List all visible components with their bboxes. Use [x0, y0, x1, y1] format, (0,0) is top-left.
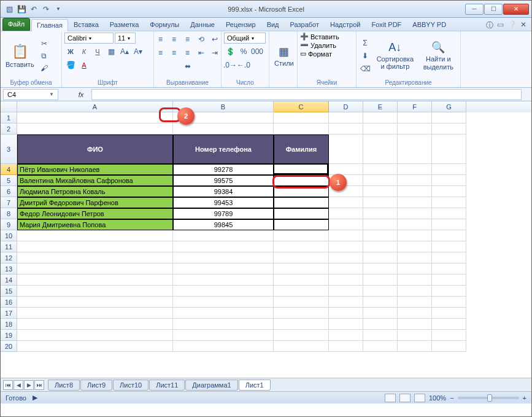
row-header[interactable]: 11 — [1, 241, 17, 252]
table-cell[interactable]: 99453 — [173, 197, 274, 208]
cell[interactable] — [398, 252, 432, 263]
cell[interactable] — [17, 241, 173, 252]
cell[interactable] — [329, 164, 363, 175]
cell[interactable] — [329, 208, 363, 219]
row-header[interactable]: 10 — [1, 230, 17, 241]
cell[interactable] — [363, 164, 398, 175]
table-cell[interactable] — [274, 164, 329, 175]
cell[interactable] — [274, 319, 329, 330]
cells-delete-button[interactable]: ➖Удалить — [300, 41, 336, 49]
italic-button[interactable]: К — [78, 46, 90, 57]
font-name-select[interactable]: Calibri▾ — [64, 33, 114, 44]
row-header[interactable]: 5 — [1, 175, 17, 186]
macro-icon[interactable]: ▶ — [33, 394, 37, 402]
cell[interactable] — [17, 275, 173, 286]
cell[interactable] — [398, 208, 432, 219]
paste-button[interactable]: 📋 Вставить — [3, 42, 37, 69]
sheet-nav-prev-icon[interactable]: ◀ — [13, 380, 23, 390]
inc-dec-icon[interactable]: .0→ — [224, 60, 236, 71]
tab-view[interactable]: Вид — [261, 18, 285, 31]
cell[interactable] — [432, 241, 466, 252]
sheet-tab[interactable]: Лист8 — [48, 380, 80, 391]
cell[interactable] — [274, 341, 329, 352]
shrink-font-icon[interactable]: A▾ — [132, 46, 144, 57]
sheet-tab[interactable]: Лист10 — [113, 380, 148, 391]
fill-icon[interactable]: ⬇ — [359, 50, 371, 61]
cell[interactable] — [329, 112, 363, 123]
close-button[interactable]: ✕ — [503, 4, 529, 15]
cell[interactable] — [432, 197, 466, 208]
cell[interactable] — [173, 330, 274, 341]
cell[interactable] — [329, 286, 363, 297]
table-cell[interactable] — [274, 219, 329, 230]
row-header[interactable]: 13 — [1, 263, 17, 275]
table-cell[interactable]: 99789 — [173, 208, 274, 219]
cell[interactable] — [173, 263, 274, 275]
cell[interactable] — [398, 275, 432, 286]
sheet-nav-first-icon[interactable]: ⏮ — [3, 380, 13, 390]
cell[interactable] — [363, 186, 398, 197]
save-icon[interactable]: 💾 — [17, 4, 26, 14]
row-header[interactable]: 18 — [1, 319, 17, 330]
table-cell[interactable] — [274, 186, 329, 197]
cell[interactable] — [173, 308, 274, 319]
percent-icon[interactable]: % — [237, 46, 250, 57]
cell[interactable] — [274, 252, 329, 263]
cell[interactable] — [398, 112, 432, 123]
cell[interactable] — [363, 197, 398, 208]
orient-icon[interactable]: ⟲ — [195, 34, 207, 45]
namebox-dropdown-icon[interactable]: ▼ — [49, 92, 54, 97]
cell[interactable] — [398, 197, 432, 208]
table-cell[interactable]: Федор Леонидович Петров — [17, 208, 173, 219]
cell[interactable] — [17, 263, 173, 275]
tab-formulas[interactable]: Формулы — [144, 18, 185, 31]
cell[interactable] — [274, 112, 329, 123]
table-header-cell[interactable]: Фамилия — [274, 134, 329, 164]
cut-icon[interactable]: ✂ — [38, 38, 50, 49]
cell[interactable] — [17, 230, 173, 241]
sheet-tab[interactable]: Лист1 — [239, 380, 271, 391]
cell[interactable] — [398, 164, 432, 175]
tab-addon[interactable]: Надстрой — [325, 18, 366, 31]
cell[interactable] — [432, 208, 466, 219]
cell[interactable] — [17, 252, 173, 263]
cell[interactable] — [329, 308, 363, 319]
cell[interactable] — [329, 319, 363, 330]
cell[interactable] — [363, 175, 398, 186]
spreadsheet-grid[interactable]: ABCDEFG 1234567891011121314151617181920 … — [1, 101, 531, 378]
column-header[interactable]: E — [363, 101, 398, 112]
cell[interactable] — [432, 230, 466, 241]
sort-filter-button[interactable]: A↓ Сортировка и фильтр — [372, 40, 418, 71]
row-header[interactable]: 19 — [1, 330, 17, 341]
tab-abbyy[interactable]: ABBYY PD — [407, 18, 452, 31]
cells-insert-button[interactable]: ➕Вставить — [300, 33, 339, 41]
tab-review[interactable]: Рецензир — [220, 18, 261, 31]
row-header[interactable]: 8 — [1, 208, 17, 219]
cell[interactable] — [17, 319, 173, 330]
cell[interactable] — [363, 319, 398, 330]
view-break-icon[interactable] — [414, 394, 425, 402]
sheet-tab[interactable]: Лист11 — [149, 380, 185, 391]
sheet-nav-last-icon[interactable]: ⏭ — [34, 380, 44, 390]
table-cell[interactable]: 99278 — [173, 164, 274, 175]
cell[interactable] — [363, 252, 398, 263]
cell[interactable] — [363, 230, 398, 241]
indent-inc-icon[interactable]: ⇥ — [209, 47, 221, 58]
cell[interactable] — [432, 164, 466, 175]
row-header[interactable]: 1 — [1, 112, 17, 123]
brush-icon[interactable]: 🖌 — [38, 63, 50, 74]
cell[interactable] — [363, 341, 398, 352]
currency-icon[interactable]: 💲 — [224, 46, 236, 57]
cell[interactable] — [432, 112, 466, 123]
align-left-icon[interactable]: ≡ — [155, 47, 167, 58]
sheet-tab[interactable]: Лист9 — [80, 380, 112, 391]
zoom-in-icon[interactable]: + — [523, 394, 526, 402]
merge-icon[interactable]: ⬌ — [185, 61, 191, 72]
table-cell[interactable] — [274, 208, 329, 219]
cell[interactable] — [432, 186, 466, 197]
cell[interactable] — [173, 230, 274, 241]
cell[interactable] — [363, 275, 398, 286]
cell[interactable] — [398, 308, 432, 319]
table-cell[interactable]: Мария Дмитриевна Попова — [17, 219, 173, 230]
cell[interactable] — [17, 123, 173, 134]
